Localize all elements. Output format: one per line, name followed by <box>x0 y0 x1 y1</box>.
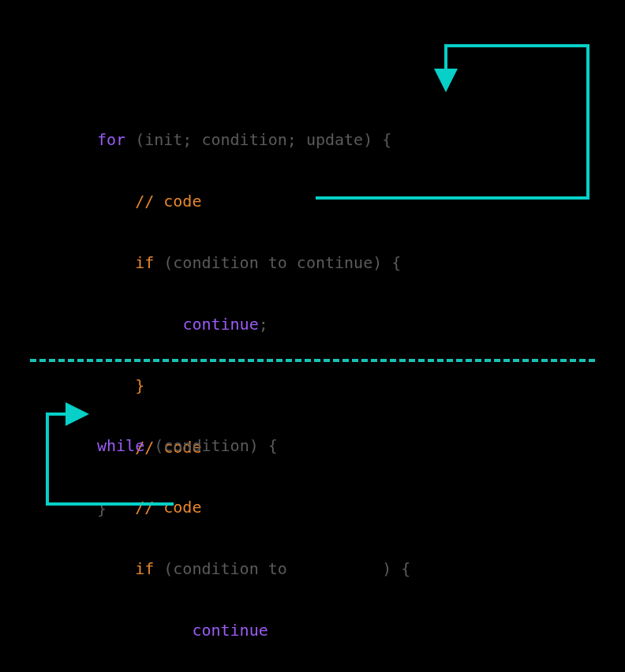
for-line-1: for (init; condition; update) { <box>97 125 401 155</box>
for-keyword: for <box>97 130 125 149</box>
if-keyword: if <box>97 253 154 272</box>
if-keyword-2: if <box>97 559 154 578</box>
while-loop-block: while (condition) { // code if (conditio… <box>97 399 410 672</box>
while-continue-line: continue <box>97 615 410 645</box>
for-if-close: } <box>97 371 401 401</box>
for-continue-line: continue; <box>97 309 401 339</box>
while-comment-1: // code <box>97 492 410 522</box>
continue-keyword: continue <box>135 315 259 334</box>
while-line-1: while (condition) { <box>97 431 410 461</box>
section-divider <box>30 359 595 362</box>
diagram-canvas: for (init; condition; update) { // code … <box>0 0 625 672</box>
continue-keyword-2: continue <box>135 621 268 640</box>
for-if-line: if (condition to continue) { <box>97 248 401 278</box>
for-comment-1: // code <box>97 186 401 216</box>
while-keyword: while <box>97 436 144 455</box>
while-if-line: if (condition to ) { <box>97 554 410 584</box>
